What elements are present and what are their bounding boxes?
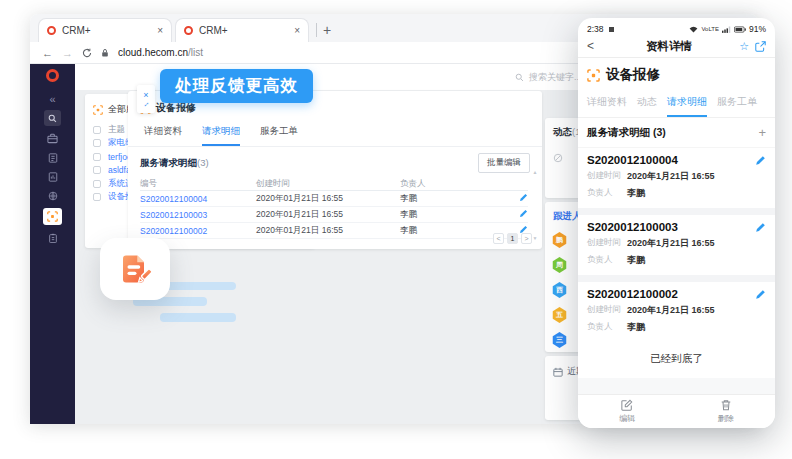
list-end-text: 已经到底了 — [578, 342, 775, 378]
tab-service-order[interactable]: 服务工单 — [260, 125, 298, 146]
edit-pencil-icon[interactable] — [512, 193, 528, 204]
table-scrollbar[interactable]: ▲ ▼ — [531, 169, 539, 241]
tab-close-icon[interactable]: × — [294, 25, 300, 36]
reload-icon[interactable] — [82, 48, 92, 58]
calendar-icon — [553, 367, 563, 377]
collapse-sidebar-icon[interactable]: « — [49, 94, 55, 104]
next-page-button[interactable]: > — [521, 233, 532, 244]
batch-edit-button[interactable]: 批量编辑 — [478, 153, 530, 173]
signal-icon — [722, 26, 731, 33]
tab-request-detail[interactable]: 请求明细 — [667, 95, 707, 117]
search-icon — [515, 73, 524, 82]
address-bar[interactable]: cloud.hecom.cn/list — [118, 47, 203, 58]
prev-page-button[interactable]: < — [493, 233, 504, 244]
tab-request-detail[interactable]: 请求明细 — [202, 125, 240, 146]
table-row: S2020012100003 2020年01月21日 16:55 李鹏 — [140, 207, 528, 223]
browser-tab-1[interactable]: CRM+ × — [38, 18, 172, 42]
section-count: (3) — [197, 157, 209, 168]
current-page[interactable]: 1 — [507, 233, 518, 244]
sidebar-clipboard-icon[interactable] — [48, 231, 58, 244]
add-icon[interactable]: + — [758, 125, 766, 140]
request-id-link[interactable]: S2020012100003 — [140, 210, 256, 220]
crm-favicon-icon — [47, 26, 56, 35]
avatar[interactable]: 周 — [552, 257, 567, 273]
request-id-link[interactable]: S2020012100002 — [140, 226, 256, 236]
phone-tabs: 详细资料 动态 请求明细 服务工单 — [578, 90, 775, 118]
skeleton-bar — [160, 313, 236, 322]
edit-pencil-icon[interactable] — [755, 222, 766, 233]
tab-detail-info[interactable]: 详细资料 — [144, 125, 182, 146]
skeleton-bar — [160, 282, 236, 290]
browser-tab-2[interactable]: CRM+ × — [175, 18, 309, 42]
pagination: < 1 > — [493, 233, 532, 244]
table-row: S2020012100002 2020年01月21日 16:55 李鹏 — [140, 223, 528, 239]
tab-close-icon[interactable]: × — [157, 25, 163, 36]
status-time: 2:38 — [587, 24, 604, 34]
sidebar-briefcase-icon[interactable] — [47, 132, 58, 145]
edit-pencil-icon[interactable] — [755, 289, 766, 300]
lock-icon[interactable] — [101, 48, 109, 58]
detail-panel-title: 设备报修 — [156, 101, 196, 115]
divider — [578, 208, 775, 215]
select-all-checkbox[interactable] — [93, 126, 101, 134]
battery-icon — [734, 26, 746, 33]
row-checkbox[interactable] — [93, 193, 101, 201]
table-header-row: 编号 创建时间 负责人 — [140, 177, 528, 191]
delete-action[interactable]: 删除 — [677, 395, 776, 428]
request-card[interactable]: S2020012100002 创建时间2020年1月21日 16:55 负责人李… — [578, 282, 775, 342]
column-header: 主题 — [108, 124, 125, 136]
avatar[interactable]: 三 — [552, 332, 567, 348]
edit-pencil-icon[interactable] — [755, 155, 766, 166]
wifi-icon — [689, 26, 698, 33]
request-card[interactable]: S2020012100004 创建时间2020年1月21日 16:55 负责人李… — [578, 148, 775, 208]
scan-icon — [587, 69, 600, 82]
row-checkbox[interactable] — [93, 180, 101, 188]
row-checkbox[interactable] — [93, 166, 101, 174]
url-domain: cloud.hecom.cn — [118, 47, 188, 58]
scroll-down-icon: ▼ — [533, 235, 538, 241]
table-row: S2020012100004 2020年01月21日 16:55 李鹏 — [140, 191, 528, 207]
tab-service-order[interactable]: 服务工单 — [717, 95, 757, 117]
sidebar-item-service-active[interactable] — [43, 208, 62, 225]
global-search-input[interactable]: 搜索关键字... — [515, 71, 582, 84]
section-title: 服务请求明细(3) — [140, 157, 209, 170]
back-chevron-icon[interactable]: < — [587, 39, 599, 53]
tab-activity[interactable]: 动态 — [637, 95, 657, 117]
avatar[interactable]: 五 — [552, 307, 567, 323]
edit-action[interactable]: 编辑 — [578, 395, 677, 428]
request-id: S2020012100002 — [587, 288, 678, 300]
request-id-link[interactable]: S2020012100004 — [140, 194, 256, 204]
star-icon[interactable]: ☆ — [739, 40, 749, 53]
avatar[interactable]: 西 — [552, 282, 567, 298]
tab-title: CRM+ — [62, 25, 151, 36]
sidebar-search-icon[interactable] — [44, 110, 61, 126]
crm-favicon-icon — [184, 26, 193, 35]
request-card[interactable]: S2020012100003 创建时间2020年1月21日 16:55 负责人李… — [578, 215, 775, 275]
phone-page-title: 资料详情 — [605, 39, 733, 54]
app-sidebar: « — [30, 64, 75, 424]
tab-title: CRM+ — [199, 25, 288, 36]
forward-icon[interactable]: → — [62, 47, 73, 59]
avatar[interactable]: 鹏 — [552, 232, 567, 248]
sidebar-globe-icon[interactable] — [48, 189, 58, 202]
content-filler — [578, 378, 775, 394]
row-checkbox[interactable] — [93, 139, 101, 147]
back-icon[interactable]: ← — [42, 47, 53, 59]
share-icon[interactable] — [755, 41, 766, 52]
phone-mockup: 2:38 VoLTE 91% < 资料详情 ☆ 设备报修 详细资料 动态 请求明… — [578, 18, 775, 428]
panel-window-controls: × ↔ — [137, 85, 155, 113]
url-path: /list — [188, 47, 203, 58]
sidebar-document-icon[interactable] — [48, 151, 58, 164]
edit-pencil-icon[interactable] — [512, 209, 528, 220]
section-title: 服务请求明细 (3) — [587, 126, 666, 140]
row-checkbox[interactable] — [93, 153, 101, 161]
sidebar-report-icon[interactable] — [48, 170, 58, 183]
expand-icon[interactable]: ↔ — [140, 98, 151, 109]
search-placeholder: 搜索关键字... — [529, 71, 582, 84]
battery-percent: 91% — [749, 24, 766, 34]
new-tab-button[interactable]: + — [323, 22, 331, 38]
tab-detail-info[interactable]: 详细资料 — [587, 95, 627, 117]
detail-tabs: 详细资料 请求明细 服务工单 — [128, 115, 542, 147]
request-table: 编号 创建时间 负责人 S2020012100004 2020年01月21日 1… — [140, 177, 528, 239]
trash-icon — [720, 399, 732, 411]
